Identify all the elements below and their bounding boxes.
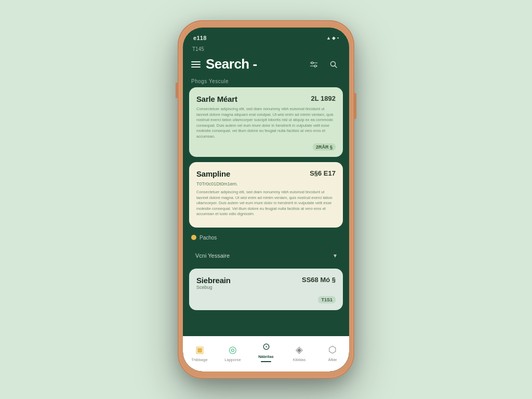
activity-icon: ◈ [293,343,305,356]
card-3-price: SS68 Mó § [302,276,336,284]
divider-dot [191,235,196,240]
phone-body: e118 ▲ ◆ ▪ T145 Search - [178,20,354,379]
card-2-price: S§6 E17 [310,169,336,177]
card-3-title-group: Siebreain Scebug [196,276,231,293]
card-1-body: Consectetuer adipiscing elit, sed diam n… [196,107,336,139]
card-3-title: Siebreain [196,276,231,285]
card-1-title: Sarle Méart [196,95,237,103]
nav-item-explore[interactable]: ◎ Lapporse [220,343,246,362]
card-1-tag: 2RÅR § [313,143,336,151]
status-icons: ▲ ◆ ▪ [326,35,339,41]
card-3-tag: T1S1 [318,296,336,303]
header: Search - [183,53,349,77]
nav-active-indicator [261,361,271,362]
search-icon[interactable] [326,57,341,72]
hamburger-line-3 [191,66,201,68]
page-title: Search - [206,56,257,72]
hamburger-line-2 [191,64,201,65]
filter-icon[interactable] [307,57,321,72]
card-2-header: Sampline S§6 E17 [196,169,336,178]
card-2-subtitle: T0Tr0c01Dt0m1em. [196,181,336,187]
profile-icon: ⬡ [326,343,339,356]
card-1-footer: 2RÅR § [196,143,336,151]
side-button-left [176,83,178,98]
sub-status: T145 [183,46,349,53]
notch [237,28,295,41]
phone-screen: e118 ▲ ◆ ▪ T145 Search - [183,28,349,371]
card-1-price: 2L 1892 [311,95,336,102]
nav-label-activity: Kibblas [293,357,306,362]
nav-item-search[interactable]: ⊙ Nábrilas [253,340,279,362]
hamburger-line-1 [191,61,201,62]
section-label: Phogs Yescule [183,77,349,87]
content-area: Sarle Méart 2L 1892 Consectetuer adipisc… [183,87,349,336]
chevron-down-icon: ▾ [334,252,337,259]
svg-point-1 [314,65,316,67]
card-3-subtitle: Scebug [196,285,231,290]
card-2-body: Consectetuer adipiscing elit, sed diam n… [196,190,336,217]
divider-text: Pachos [200,235,217,241]
card-2[interactable]: Sampline S§6 E17 T0Tr0c01Dt0m1em. Consec… [189,162,343,228]
card-1[interactable]: Sarle Méart 2L 1892 Consectetuer adipisc… [189,87,343,157]
header-right [307,57,341,72]
side-button-right [354,93,356,119]
home-icon: ▣ [193,343,206,356]
phone-frame: e118 ▲ ◆ ▪ T145 Search - [178,20,354,379]
nav-label-explore: Lapporse [224,357,241,362]
card-1-header: Sarle Méart 2L 1892 [196,95,336,103]
nav-item-home[interactable]: ▣ Thibbage [187,343,212,362]
nav-label-home: Thibbage [191,357,207,362]
status-time: e118 [193,35,207,41]
card-3-footer: T1S1 [196,296,336,303]
divider-label: Pachos [191,235,217,241]
header-left: Search - [191,56,257,72]
card-2-title: Sampline [196,169,230,178]
more-label: Vcni Yessaire [195,252,230,259]
more-section[interactable]: Vcni Yessaire ▾ [189,248,343,263]
nav-label-search: Nábrilas [258,354,274,359]
card-3[interactable]: Siebreain Scebug SS68 Mó § T1S1 [189,269,343,310]
card-3-header: Siebreain Scebug SS68 Mó § [196,276,336,293]
nav-item-profile[interactable]: ⬡ Áfble [320,343,345,362]
menu-button[interactable] [191,61,201,68]
nav-search-icon: ⊙ [260,340,272,353]
svg-point-0 [311,62,313,64]
explore-icon: ◎ [227,343,239,356]
status-signal: ▲ ◆ ▪ [326,35,339,41]
nav-label-profile: Áfble [328,357,337,362]
svg-line-7 [335,65,337,68]
nav-item-activity[interactable]: ◈ Kibblas [286,343,312,362]
divider-section: Pachos [189,233,343,243]
bottom-nav: ▣ Thibbage ◎ Lapporse ⊙ Nábrilas ◈ Kibbl… [183,336,349,371]
